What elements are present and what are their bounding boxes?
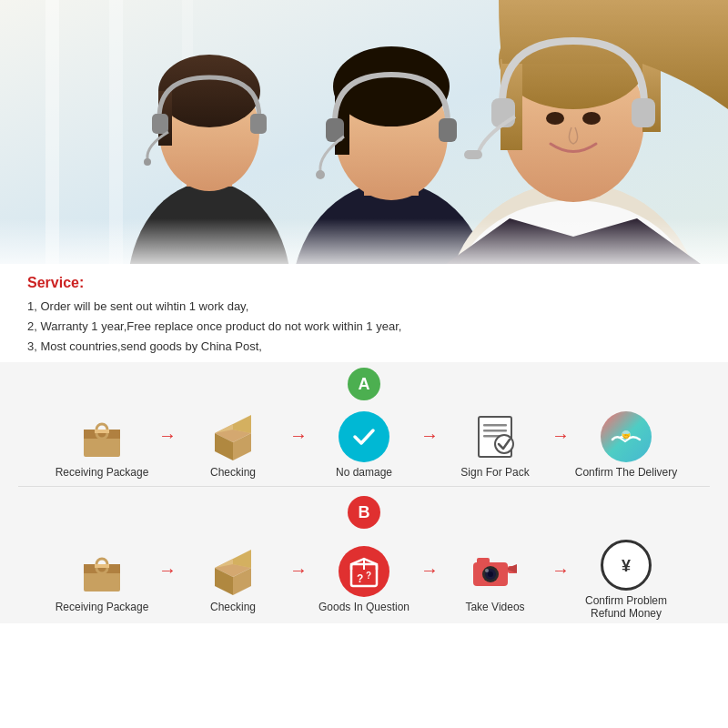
service-item-3: 3, Most countries,send goods by China Po… xyxy=(27,337,701,357)
badge-b: B xyxy=(348,496,380,529)
process-row-b: Receiving Package → Checking → xyxy=(18,531,710,623)
arrow-a-1: → xyxy=(158,425,177,464)
label-a-3: No damage xyxy=(336,466,392,479)
package-icon-b xyxy=(75,544,129,599)
badge-a: A xyxy=(348,368,380,400)
arrow-b-1: → xyxy=(158,560,177,599)
sign-doc-icon xyxy=(468,410,522,464)
step-b-5: ¥ Confirm Problem Refund Money xyxy=(571,538,681,620)
step-b-1: Receiving Package xyxy=(47,544,157,613)
arrow-a-2: → xyxy=(289,425,308,464)
svg-point-12 xyxy=(144,158,151,166)
arrow-a-3: → xyxy=(420,425,439,464)
svg-point-8 xyxy=(158,55,260,127)
svg-rect-44 xyxy=(483,424,507,427)
process-row-a: Receiving Package → Checking → xyxy=(18,402,710,482)
svg-rect-33 xyxy=(0,218,728,264)
arrow-b-2: → xyxy=(289,560,308,599)
arrow-b-3: → xyxy=(420,560,439,599)
package-icon-a xyxy=(75,410,129,464)
label-b-1: Receiving Package xyxy=(56,601,149,613)
svg-text:¥: ¥ xyxy=(622,557,631,575)
service-title: Service: xyxy=(27,275,701,291)
handshake-icon: 🤝 xyxy=(599,410,653,464)
svg-rect-53 xyxy=(95,564,109,568)
service-section: Service: 1, Order will be sent out wihti… xyxy=(0,264,728,362)
label-a-1: Receiving Package xyxy=(56,466,149,479)
label-b-3: Goods In Question xyxy=(318,601,410,613)
step-a-5: 🤝 Confirm The Delivery xyxy=(571,410,681,479)
svg-point-32 xyxy=(582,112,601,125)
process-section-a: A Receiving Package → xyxy=(0,362,728,623)
step-b-3: ? ? Goods In Question xyxy=(309,544,419,613)
yen-icon: ¥ xyxy=(599,538,653,592)
svg-point-31 xyxy=(546,112,564,125)
service-list: 1, Order will be sent out wihtin 1 work … xyxy=(27,297,701,357)
label-a-4: Sign For Pack xyxy=(460,466,529,479)
header-image xyxy=(0,0,728,264)
svg-rect-67 xyxy=(477,558,490,564)
svg-point-68 xyxy=(485,569,489,572)
service-item-1: 1, Order will be sent out wihtin 1 work … xyxy=(27,297,701,317)
svg-rect-45 xyxy=(483,430,507,432)
step-a-2: Checking xyxy=(178,410,288,479)
service-item-2: 2, Warranty 1 year,Free replace once pro… xyxy=(27,317,701,337)
svg-rect-30 xyxy=(464,150,482,159)
label-a-2: Checking xyxy=(210,466,256,479)
step-a-4: Sign For Pack xyxy=(440,410,550,479)
open-box-icon-b xyxy=(206,544,260,599)
arrow-b-4: → xyxy=(551,560,570,599)
arrow-a-4: → xyxy=(551,425,570,464)
label-b-4: Take Videos xyxy=(465,601,524,613)
label-b-5: Confirm Problem Refund Money xyxy=(585,594,667,620)
svg-rect-10 xyxy=(152,114,168,134)
label-b-2: Checking xyxy=(210,601,256,613)
step-b-4: Take Videos xyxy=(440,544,550,613)
svg-point-65 xyxy=(488,571,493,577)
svg-rect-11 xyxy=(250,114,267,134)
svg-text:?: ? xyxy=(357,572,363,585)
checkmark-icon xyxy=(337,410,391,464)
step-a-3: No damage xyxy=(309,410,419,479)
svg-rect-19 xyxy=(439,118,457,142)
svg-text:?: ? xyxy=(366,571,371,581)
svg-point-20 xyxy=(316,170,325,179)
svg-rect-29 xyxy=(632,98,655,127)
svg-text:🤝: 🤝 xyxy=(622,431,631,440)
camera-icon xyxy=(468,544,522,599)
question-icon: ? ? xyxy=(337,544,391,599)
label-a-5: Confirm The Delivery xyxy=(575,466,677,479)
step-a-1: Receiving Package xyxy=(47,410,157,479)
svg-rect-37 xyxy=(95,430,109,433)
open-box-icon-a xyxy=(206,410,260,464)
step-b-2: Checking xyxy=(178,544,288,613)
